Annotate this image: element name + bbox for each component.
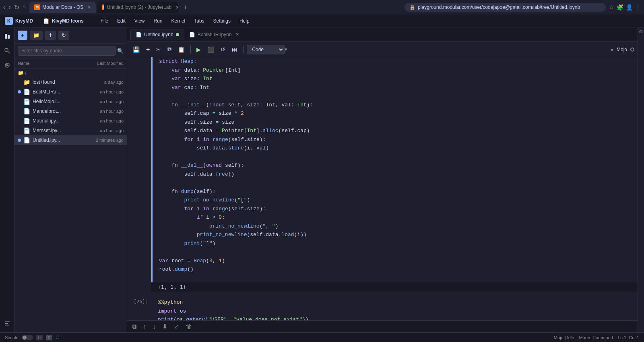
code-line: if i > 0:	[153, 213, 638, 222]
scroll-up-button[interactable]: ↑	[141, 322, 148, 331]
list-item[interactable]: 📄 Matmul.ipy... an hour ago	[14, 116, 127, 126]
browser-tab-modular[interactable]: M Modular Docs - OS ✕	[29, 2, 96, 13]
home-icon[interactable]: ⌂	[23, 4, 27, 11]
interrupt-button[interactable]: ⬛	[205, 45, 217, 54]
file-name-text: HelloMojo.i...	[33, 99, 83, 104]
file-list: 📁 lost+found a day ago 📄 BoolMLIR.i... a…	[14, 77, 127, 332]
file-active-dot	[18, 81, 21, 84]
column-name-header[interactable]: Name	[18, 61, 75, 66]
search-input[interactable]	[18, 46, 116, 56]
menu-view[interactable]: View	[130, 17, 149, 25]
svg-rect-7	[5, 323, 8, 324]
copy-cell-button[interactable]: ⧉	[165, 44, 174, 54]
menu-kernel[interactable]: Kernel	[167, 17, 190, 25]
copy-output-button[interactable]: ⧉	[130, 322, 138, 331]
app-container: K KivyMD 📋 KivyMD Icons File Edit View R…	[0, 15, 644, 342]
list-item[interactable]: 📄 Memset.ipy... an hour ago	[14, 126, 127, 135]
code-line: struct Heap:	[153, 57, 638, 66]
restart-button[interactable]: ↺	[218, 45, 228, 54]
search-strip-icon[interactable]	[2, 45, 13, 56]
list-item[interactable]: 📄 Mandelbrot... an hour ago	[14, 106, 127, 116]
file-list-header: Name Last Modified	[14, 58, 127, 68]
svg-line-3	[8, 52, 10, 53]
right-settings-icon[interactable]: ⚙	[639, 29, 643, 35]
code-line: fn __init__(inout self, size: Int, val: …	[153, 101, 638, 110]
clear-output-button[interactable]: 🗑	[184, 322, 194, 331]
expand-output-button[interactable]: ⤢	[172, 322, 181, 331]
cell-label-26: [26]:	[127, 298, 151, 320]
forward-icon[interactable]: ›	[8, 4, 10, 11]
back-icon[interactable]: ‹	[3, 4, 5, 11]
kivymd-brand[interactable]: K KivyMD	[5, 17, 33, 25]
tab-untitled[interactable]: 📄 Untitled.ipynb	[130, 29, 184, 40]
interrupt-icon: ⬛	[207, 46, 214, 53]
reload-icon[interactable]: ↻	[14, 4, 19, 11]
profile-icon[interactable]: 👤	[626, 4, 633, 10]
menu-dots-icon[interactable]: ⋮	[635, 4, 641, 10]
column-modified-header[interactable]: Last Modified	[75, 61, 124, 66]
cell-type-select[interactable]: Code Markdown Raw	[247, 45, 285, 54]
new-tab-button[interactable]: +	[180, 2, 191, 13]
add-cell-button[interactable]: +	[144, 44, 152, 55]
commands-icon[interactable]	[2, 318, 13, 329]
browser-tab-jupyter[interactable]: J Untitled.ipynb (2) - JupyterLab ✕	[97, 2, 178, 13]
svg-rect-0	[5, 34, 7, 39]
bookmark-icon[interactable]: ☆	[609, 4, 614, 10]
menu-help[interactable]: Help	[235, 17, 254, 25]
tab-close-jupyter[interactable]: ✕	[175, 5, 178, 10]
browser-addressbar[interactable]: 🔒 playground.modular.com/user/codejapoe@…	[405, 3, 606, 12]
menu-tabs[interactable]: Tabs	[190, 17, 208, 25]
cell-code-container-26[interactable]: %%python import os print(os.getenv("USER…	[151, 298, 638, 320]
cut-cell-button[interactable]: ✂	[154, 45, 163, 54]
upload-button[interactable]: ⬆	[45, 31, 56, 40]
list-item[interactable]: 📄 BoolMLIR.i... an hour ago	[14, 87, 127, 97]
list-item[interactable]: 📄 Untitled.ipy... 2 minutes ago	[14, 135, 127, 145]
file-active-dot	[18, 119, 21, 122]
save-button[interactable]: 💾	[130, 45, 142, 54]
notebook-content[interactable]: struct Heap: var data: Pointer[Int] var …	[127, 57, 638, 320]
running-icon[interactable]	[2, 60, 13, 71]
sidebar-toolbar: + 📁 ⬆ ↻	[14, 27, 127, 44]
tab-close-modular[interactable]: ✕	[87, 5, 91, 10]
files-icon[interactable]	[2, 31, 13, 42]
file-active-dot	[18, 90, 21, 93]
tab-boolmlir[interactable]: 📄 BoolMLIR.ipynb ✕	[184, 29, 244, 40]
kivymd-icons-brand[interactable]: 📋 KivyMD Icons	[43, 18, 84, 24]
left-strip	[0, 27, 14, 332]
simple-toggle[interactable]	[22, 335, 33, 340]
tab-favicon-modular: M	[34, 4, 40, 10]
kernel-indicator: ●	[611, 47, 613, 52]
menu-settings[interactable]: Settings	[209, 17, 235, 25]
menu-edit[interactable]: Edit	[113, 17, 130, 25]
new-folder-button[interactable]: 📁	[30, 31, 43, 40]
menu-run[interactable]: Run	[150, 17, 167, 25]
cell-type-chevron-icon: ▾	[285, 46, 287, 52]
search-icon: 🔍	[117, 48, 124, 54]
refresh-button[interactable]: ↻	[58, 31, 69, 40]
notebook-file-icon: 📄	[23, 108, 30, 114]
run-button[interactable]: ▶	[194, 45, 203, 54]
code-line	[153, 274, 638, 283]
cell-code-container[interactable]: struct Heap: var data: Pointer[Int] var …	[151, 57, 638, 282]
new-file-button[interactable]: +	[18, 31, 27, 40]
download-output-button[interactable]: ⬇	[161, 322, 169, 331]
lock-icon: 🔒	[409, 4, 415, 10]
toolbar-divider2	[243, 46, 244, 54]
svg-rect-6	[5, 321, 10, 322]
right-gutter: ⚙	[638, 27, 644, 332]
tab-label-jupyter: Untitled.ipynb (2) - JupyterLab	[107, 4, 171, 10]
toggle-track[interactable]	[22, 335, 33, 340]
paste-cell-button[interactable]: 📋	[175, 45, 187, 54]
scroll-down-button[interactable]: ↓	[151, 322, 157, 331]
code-line: var cap: Int	[153, 83, 638, 92]
fast-forward-button[interactable]: ⏭	[229, 45, 240, 54]
tab-close-boolmlir[interactable]: ✕	[235, 32, 239, 37]
menu-file[interactable]: File	[97, 17, 112, 25]
list-item[interactable]: 📁 lost+found a day ago	[14, 77, 127, 87]
extensions-icon[interactable]: 🧩	[617, 4, 623, 10]
app-menubar: File Edit View Run Kernel Tabs Settings …	[97, 17, 254, 25]
tab-label-boolmlir: BoolMLIR.ipynb	[198, 32, 232, 37]
breadcrumb-path: /	[25, 70, 26, 76]
restart-icon: ↺	[221, 46, 225, 53]
list-item[interactable]: 📄 HelloMojo.i... an hour ago	[14, 97, 127, 106]
